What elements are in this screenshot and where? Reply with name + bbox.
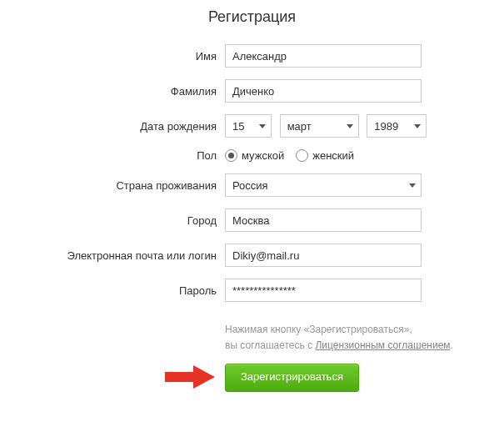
label-email: Электронная почта или логин [50, 249, 225, 262]
caret-down-icon [414, 124, 421, 128]
label-birthdate: Дата рождения [50, 120, 225, 133]
password-input[interactable] [225, 279, 422, 302]
birth-month-select[interactable]: март [280, 114, 359, 138]
birth-day-select[interactable]: 15 [225, 114, 272, 138]
gender-male-radio[interactable]: мужской [225, 149, 284, 162]
country-select[interactable]: Россия [225, 173, 422, 197]
label-country: Страна проживания [50, 179, 225, 192]
label-city: Город [50, 214, 225, 227]
birth-year-value: 1989 [374, 120, 398, 133]
radio-icon [225, 149, 237, 162]
label-gender: Пол [50, 149, 225, 162]
radio-icon [296, 149, 308, 162]
label-password: Пароль [50, 284, 225, 297]
caret-down-icon [409, 183, 416, 188]
svg-marker-0 [165, 365, 215, 389]
gender-male-label: мужской [242, 149, 284, 162]
name-input[interactable] [225, 44, 422, 68]
register-button[interactable]: Зарегистрироваться [225, 364, 359, 392]
caret-down-icon [259, 124, 266, 128]
gender-female-radio[interactable]: женский [296, 149, 354, 162]
license-link[interactable]: Лицензионным соглашением [315, 339, 450, 351]
city-input[interactable] [225, 208, 422, 232]
birth-month-value: март [287, 120, 312, 133]
surname-input[interactable] [225, 79, 422, 103]
email-input[interactable] [225, 244, 422, 267]
country-value: Россия [232, 179, 268, 192]
gender-female-label: женский [312, 149, 354, 162]
agreement-text: Нажимая кнопку «Зарегистрироваться», вы … [225, 322, 454, 354]
agreement-line1: Нажимая кнопку «Зарегистрироваться», [225, 324, 412, 335]
birth-day-value: 15 [232, 120, 244, 133]
arrow-right-icon [165, 365, 215, 389]
caret-down-icon [347, 124, 353, 128]
label-surname: Фамилия [50, 85, 225, 98]
page-title: Регистрация [50, 8, 454, 26]
agreement-line2-prefix: вы соглашаетесь с [225, 339, 315, 351]
label-name: Имя [50, 50, 225, 63]
birth-year-select[interactable]: 1989 [367, 114, 427, 138]
